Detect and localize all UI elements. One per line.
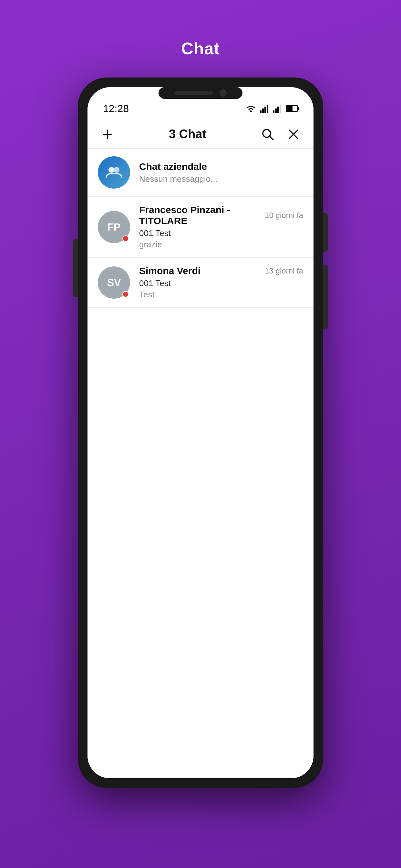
svg-rect-2 (262, 108, 264, 113)
avatar-initials-2: FP (107, 221, 121, 233)
chat-info-2: Francesco Pinzani - TITOLARE 10 giorni f… (139, 205, 303, 250)
chat-preview-2: grazie (139, 240, 303, 250)
chat-name-3: Simona Verdi (139, 266, 201, 276)
chat-info-1: Chat aziendale Nessun messaggio... (139, 161, 303, 184)
battery-icon (286, 105, 298, 112)
chat-item-1[interactable]: Chat aziendale Nessun messaggio... (88, 149, 313, 197)
svg-rect-6 (275, 108, 277, 113)
search-icon (261, 128, 274, 141)
phone-screen: 12:28 (88, 87, 313, 778)
chat-name-row-3: Simona Verdi 13 giorni fa (139, 266, 303, 276)
svg-rect-4 (267, 104, 268, 113)
unread-dot-3 (122, 291, 129, 298)
app-header: 3 Chat (88, 120, 313, 149)
chat-subject-2: 001 Test (139, 228, 303, 238)
svg-point-0 (250, 111, 252, 113)
avatar-wrapper-1 (98, 156, 130, 189)
page-title: Chat (181, 39, 220, 58)
add-chat-button[interactable] (99, 126, 116, 143)
plus-icon (101, 128, 114, 141)
unread-dot-2 (122, 236, 129, 242)
close-icon (287, 128, 300, 141)
chat-time-3: 13 giorni fa (265, 267, 303, 275)
header-actions (259, 126, 302, 143)
avatar-wrapper-2: FP (98, 211, 130, 243)
chat-name-2: Francesco Pinzani - TITOLARE (139, 205, 261, 226)
svg-rect-5 (273, 111, 274, 113)
camera (220, 89, 227, 97)
chat-list: Chat aziendale Nessun messaggio... FP Fr… (88, 149, 313, 778)
chat-item-3[interactable]: SV Simona Verdi 13 giorni fa 001 Test Te… (88, 258, 313, 308)
chat-name-1: Chat aziendale (139, 161, 207, 172)
header-title: 3 Chat (169, 127, 206, 141)
wifi-icon (245, 104, 257, 113)
power-button (73, 239, 78, 297)
avatar-wrapper-3: SV (98, 267, 130, 299)
chat-name-row-1: Chat aziendale (139, 161, 303, 172)
search-button[interactable] (259, 126, 276, 143)
signal-strength-icon (273, 104, 282, 113)
avatar-1 (98, 156, 130, 189)
chat-subject-3: 001 Test (139, 278, 303, 288)
status-time: 12:28 (103, 103, 129, 115)
corporate-icon (105, 163, 123, 182)
status-bar: 12:28 (88, 97, 313, 120)
chat-item-2[interactable]: FP Francesco Pinzani - TITOLARE 10 giorn… (88, 197, 313, 258)
signal-icon (260, 104, 270, 113)
svg-point-15 (109, 167, 114, 173)
chat-time-2: 10 giorni fa (265, 211, 303, 220)
svg-rect-8 (280, 104, 281, 113)
phone-notch (158, 87, 243, 99)
avatar-initials-3: SV (107, 277, 121, 289)
svg-rect-7 (277, 106, 279, 113)
chat-preview-3: Test (139, 290, 303, 300)
svg-rect-1 (260, 111, 261, 113)
phone-shell: 12:28 (78, 78, 323, 788)
chat-name-row-2: Francesco Pinzani - TITOLARE 10 giorni f… (139, 205, 303, 226)
close-button[interactable] (285, 126, 302, 143)
svg-line-12 (270, 136, 273, 140)
svg-rect-3 (265, 106, 266, 113)
status-icons (245, 104, 298, 113)
chat-preview-1: Nessun messaggio... (139, 174, 303, 184)
speaker (174, 91, 213, 95)
chat-info-3: Simona Verdi 13 giorni fa 001 Test Test (139, 266, 303, 300)
svg-point-16 (114, 167, 120, 173)
